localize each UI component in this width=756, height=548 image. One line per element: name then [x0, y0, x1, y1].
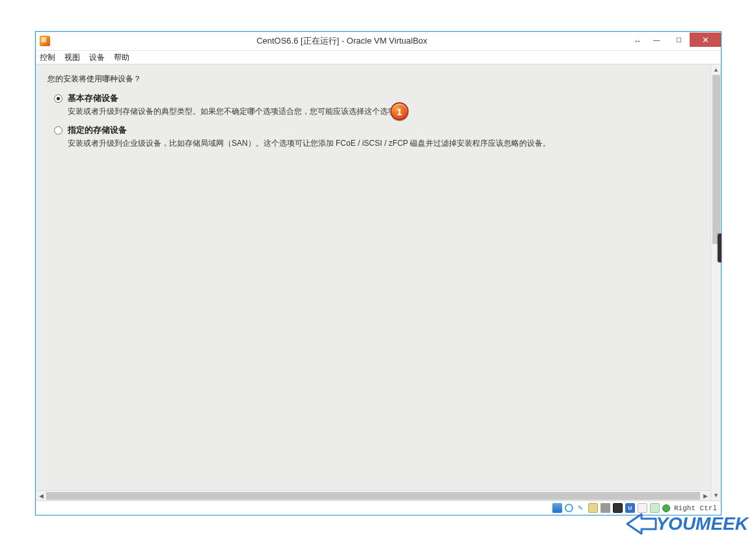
annotation-badge-1: 1	[390, 102, 409, 120]
frame-edge-handle	[718, 234, 722, 262]
window-title: CentOS6.6 [正在运行] - Oracle VM VirtualBox	[54, 35, 630, 47]
vm-display: 您的安装将使用哪种设备？ 基本存储设备 安装或者升级到存储设备的典型类型。如果您…	[36, 64, 721, 500]
menu-control[interactable]: 控制	[40, 52, 55, 63]
radio-specialized-storage[interactable]	[54, 126, 62, 135]
mouse-integration-icon[interactable]	[650, 503, 660, 513]
minimize-button[interactable]: —	[645, 33, 668, 47]
maximize-button[interactable]: ☐	[668, 33, 690, 47]
hard-disk-icon[interactable]	[552, 503, 562, 513]
storage-option-specialized[interactable]: 指定的存储设备 安装或者升级到企业级设备，比如存储局域网（SAN）。这个选项可让…	[54, 124, 709, 150]
option-title: 指定的存储设备	[68, 124, 550, 136]
optical-drive-icon[interactable]	[565, 504, 573, 512]
scroll-thumb[interactable]	[712, 75, 720, 244]
menu-view[interactable]: 视图	[64, 52, 80, 63]
statusbar: ✎ U Right Ctrl	[36, 500, 721, 515]
menu-help[interactable]: 帮助	[114, 52, 129, 63]
installer-content: 您的安装将使用哪种设备？ 基本存储设备 安装或者升级到存储设备的典型类型。如果您…	[36, 64, 721, 150]
radio-basic-storage[interactable]	[54, 94, 62, 103]
usb-icon[interactable]: U	[625, 503, 635, 513]
scroll-left-icon[interactable]: ◀	[36, 493, 46, 499]
svg-marker-0	[627, 514, 656, 534]
titlebar[interactable]: CentOS6.6 [正在运行] - Oracle VM VirtualBox …	[36, 32, 721, 50]
pen-icon[interactable]: ✎	[576, 503, 586, 513]
shared-clipboard-icon[interactable]	[638, 503, 647, 513]
option-title: 基本存储设备	[68, 92, 403, 104]
installer-prompt: 您的安装将使用哪种设备？	[47, 74, 709, 85]
vm-state-icon[interactable]	[662, 504, 670, 512]
window-controls: — ☐ ✕	[645, 32, 721, 50]
watermark: YOUMEEK	[626, 513, 748, 535]
menubar: 控制 视图 设备 帮助	[36, 50, 721, 64]
storage-option-basic[interactable]: 基本存储设备 安装或者升级到存储设备的典型类型。如果您不确定哪个选项适合您，您可…	[54, 92, 709, 118]
scroll-thumb-h[interactable]	[46, 492, 700, 500]
resize-indicator-icon: ↔	[630, 36, 645, 46]
virtualbox-window: CentOS6.6 [正在运行] - Oracle VM VirtualBox …	[35, 31, 722, 515]
vertical-scrollbar[interactable]: ▲ ▼	[710, 64, 721, 500]
close-button[interactable]: ✕	[690, 33, 721, 47]
scroll-up-icon[interactable]: ▲	[711, 64, 721, 75]
option-desc: 安装或者升级到存储设备的典型类型。如果您不确定哪个选项适合您，您可能应该选择这个…	[68, 105, 403, 118]
network-icon[interactable]	[601, 503, 610, 513]
menu-devices[interactable]: 设备	[89, 52, 105, 63]
scroll-down-icon[interactable]: ▼	[711, 490, 721, 500]
option-desc: 安装或者升级到企业级设备，比如存储局域网（SAN）。这个选项可让您添加 FCoE…	[68, 137, 550, 150]
app-icon	[40, 36, 50, 46]
shared-folder-icon[interactable]	[588, 503, 598, 513]
host-key-label: Right Ctrl	[674, 504, 717, 512]
display-icon[interactable]	[613, 503, 623, 513]
horizontal-scrollbar[interactable]: ◀ ▶	[36, 490, 710, 500]
scroll-right-icon[interactable]: ▶	[700, 493, 710, 499]
watermark-text: YOUMEEK	[656, 514, 748, 534]
